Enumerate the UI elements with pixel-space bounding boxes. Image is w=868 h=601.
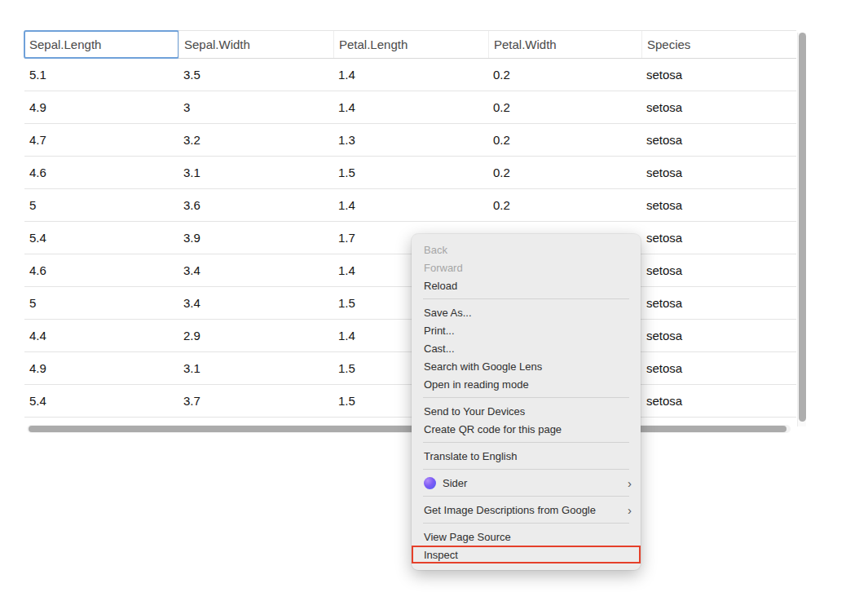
table-cell: 3.2 [178,133,333,147]
menu-item-sider[interactable]: Sider› [412,474,641,492]
table-cell: 3.1 [178,361,333,375]
table-row: 5.13.51.40.2setosa [24,59,796,91]
table-row: 4.63.11.50.2setosa [24,157,796,189]
menu-separator [423,442,629,443]
table-cell: 1.3 [333,133,488,147]
menu-item-forward: Forward [412,259,641,276]
table-cell: 1.5 [333,166,488,179]
table-cell: 5.4 [24,394,178,408]
table-cell: setosa [641,394,796,408]
menu-item-label: Get Image Descriptions from Google [424,504,596,516]
menu-item-translate-to-english[interactable]: Translate to English [412,447,641,465]
table-cell: 4.7 [24,133,178,147]
column-header-petal-length[interactable]: Petal.Length [333,31,488,58]
chevron-right-icon: › [628,504,632,516]
table-cell: 0.2 [488,100,641,114]
menu-item-create-qr-code-for-this-page[interactable]: Create QR code for this page [412,420,641,438]
table-cell: 0.2 [488,68,641,82]
table-row: 4.73.21.30.2setosa [24,124,796,157]
table-cell: 3.4 [178,296,333,310]
table-header-row: Sepal.LengthSepal.WidthPetal.LengthPetal… [24,30,796,59]
menu-item-open-in-reading-mode[interactable]: Open in reading mode [412,375,641,393]
menu-item-label: View Page Source [424,531,511,543]
sider-icon [424,477,436,489]
table-cell: setosa [641,68,796,82]
table-row: 4.931.40.2setosa [24,91,796,124]
table-cell: 0.2 [488,133,641,147]
table-cell: 3 [178,100,333,114]
menu-item-label: Open in reading mode [424,378,529,391]
table-cell: 5.4 [24,231,178,245]
table-cell: setosa [641,100,796,114]
table-row: 53.61.40.2setosa [24,189,796,222]
menu-item-label: Cast... [424,342,455,355]
menu-item-label: Inspect [424,549,458,561]
table-cell: 3.7 [178,394,333,408]
menu-item-reload[interactable]: Reload [412,276,641,294]
table-cell: setosa [641,263,796,277]
menu-item-label: Create QR code for this page [424,423,562,435]
table-row: 5.43.71.5setosa [24,385,796,418]
table-cell: setosa [641,166,796,179]
table-cell: 5.1 [24,68,178,82]
table-row: 4.63.41.4setosa [24,254,796,287]
menu-item-back: Back [412,241,641,259]
menu-item-label: Save As... [424,307,472,319]
table-cell: 4.6 [24,263,178,277]
table-body: 5.13.51.40.2setosa4.931.40.2setosa4.73.2… [24,59,796,418]
table-row: 53.41.5setosa [24,287,796,320]
column-header-species[interactable]: Species [641,31,796,58]
menu-item-label: Reload [424,280,457,292]
menu-separator [423,298,629,299]
table-cell: 0.2 [488,166,641,179]
menu-item-view-page-source[interactable]: View Page Source [412,528,641,546]
table-cell: 4.4 [24,329,178,342]
table-cell: 3.6 [178,198,333,212]
table-cell: setosa [641,198,796,212]
menu-item-label: Forward [424,262,463,274]
vertical-scrollbar-thumb[interactable] [799,33,806,422]
chevron-right-icon: › [628,477,632,489]
column-header-petal-width[interactable]: Petal.Width [488,31,641,58]
table-cell: 1.4 [333,68,488,82]
table-cell: 3.5 [178,68,333,82]
menu-item-cast-[interactable]: Cast... [412,339,641,357]
menu-item-inspect[interactable]: Inspect [412,546,641,563]
menu-item-label: Translate to English [424,450,517,462]
table-cell: 1.4 [333,198,488,212]
menu-separator [423,397,629,398]
table-row: 4.93.11.5setosa [24,352,796,385]
table-cell: 3.9 [178,231,333,245]
menu-item-search-with-google-lens[interactable]: Search with Google Lens [412,357,641,375]
menu-item-send-to-your-devices[interactable]: Send to Your Devices [412,402,641,420]
data-table: Sepal.LengthSepal.WidthPetal.LengthPetal… [24,30,796,418]
table-cell: setosa [641,329,796,342]
menu-item-print-[interactable]: Print... [412,321,641,339]
table-row: 4.42.91.4setosa [24,320,796,352]
table-cell: 4.9 [24,361,178,375]
menu-item-label: Send to Your Devices [424,405,525,418]
table-cell: setosa [641,361,796,375]
horizontal-scrollbar[interactable] [27,425,791,433]
table-cell: 0.2 [488,198,641,212]
menu-item-label: Print... [424,325,455,337]
table-cell: 5 [24,198,178,212]
table-cell: 4.6 [24,166,178,179]
horizontal-scrollbar-thumb[interactable] [29,426,786,432]
vertical-scrollbar[interactable] [797,33,806,426]
context-menu: BackForwardReloadSave As...Print...Cast.… [412,234,641,570]
table-cell: 3.4 [178,263,333,277]
table-cell: setosa [641,296,796,310]
column-header-sepal-length[interactable]: Sepal.Length [24,31,178,58]
table-cell: 4.9 [24,100,178,114]
table-cell: 5 [24,296,178,310]
menu-separator [423,523,629,524]
table-row: 5.43.91.7setosa [24,222,796,254]
menu-item-get-image-descriptions-from-google[interactable]: Get Image Descriptions from Google› [412,501,641,519]
column-header-sepal-width[interactable]: Sepal.Width [178,31,333,58]
menu-item-label: Search with Google Lens [424,360,542,373]
table-cell: setosa [641,231,796,245]
menu-item-label: Back [424,244,447,256]
table-cell: 2.9 [178,329,333,342]
menu-item-save-as-[interactable]: Save As... [412,303,641,321]
